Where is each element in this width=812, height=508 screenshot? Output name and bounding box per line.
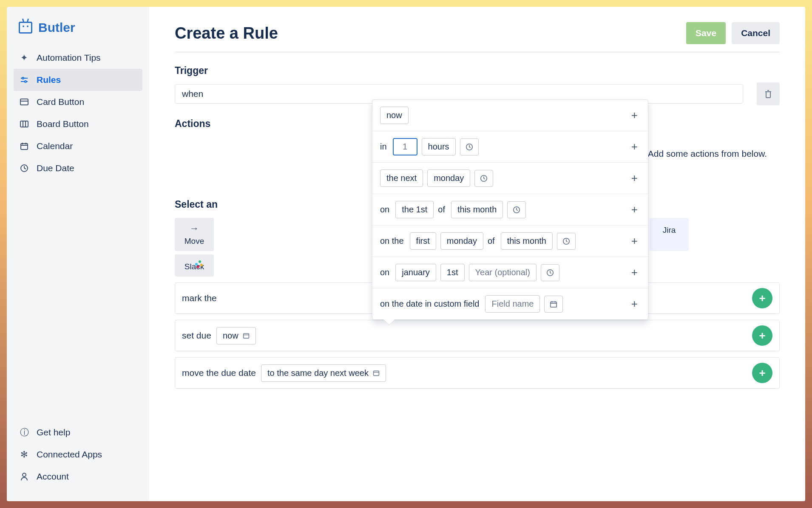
add-action-button[interactable]: + [752, 325, 772, 346]
svg-line-44 [550, 273, 551, 274]
svg-rect-6 [20, 121, 28, 127]
calendar-icon [243, 332, 250, 339]
popover-chip[interactable]: january [395, 264, 436, 281]
add-option-button[interactable]: + [629, 297, 640, 310]
action-card-move-due: move the due date to the same day next w… [175, 357, 780, 389]
popover-chip[interactable]: first [410, 232, 436, 250]
time-picker-button[interactable] [507, 201, 526, 218]
cancel-button[interactable]: Cancel [732, 22, 780, 44]
action-text: move the due date [182, 368, 256, 378]
add-option-button[interactable]: + [629, 109, 640, 122]
sliders-icon [20, 75, 29, 85]
popover-mid-text: of [438, 205, 445, 214]
board-icon [20, 119, 29, 129]
actions-label: Actions [175, 118, 210, 130]
clock-icon [20, 164, 29, 173]
main-content: Create a Rule Save Cancel Trigger when A… [149, 7, 805, 501]
svg-rect-28 [373, 371, 379, 375]
add-option-button[interactable]: + [629, 266, 640, 279]
popover-chip[interactable]: monday [440, 232, 483, 250]
sidebar-item-board-button[interactable]: Board Button [14, 113, 142, 135]
svg-point-16 [23, 473, 26, 477]
add-action-button[interactable]: + [752, 288, 772, 308]
time-picker-button[interactable] [474, 170, 493, 187]
clock-icon [562, 237, 570, 245]
action-card-set-due: set due now + [175, 320, 780, 351]
pill-label: now [223, 331, 238, 341]
sidebar-item-get-help[interactable]: ⓘ Get help [14, 421, 142, 443]
sidebar-item-account[interactable]: Account [14, 466, 142, 488]
popover-prefix: on the [380, 236, 404, 246]
time-picker-button[interactable] [460, 138, 479, 155]
tab-move[interactable]: → Move [175, 218, 214, 251]
popover-row: onjanuary1stYear (optional)+ [372, 257, 648, 288]
clock-icon [546, 269, 554, 277]
sidebar-item-label: Connected Apps [37, 449, 102, 460]
time-picker-button[interactable] [541, 264, 559, 281]
pill-label: to the same day next week [267, 368, 369, 378]
popover-chip[interactable]: monday [427, 169, 470, 187]
popover-row: in1hours+ [372, 131, 648, 163]
delete-trigger-button[interactable] [757, 82, 780, 105]
tab-slack[interactable]: Slack [175, 254, 214, 277]
add-option-button[interactable]: + [629, 140, 640, 153]
header-buttons: Save Cancel [686, 22, 780, 44]
popover-row: the nextmonday+ [372, 163, 648, 194]
sidebar-item-calendar[interactable]: Calendar [14, 135, 142, 157]
trigger-label: Trigger [175, 65, 780, 76]
popover-mid-text: of [488, 236, 495, 246]
sidebar-item-rules[interactable]: Rules [14, 69, 142, 91]
butler-modal: × Butler ✦ Automation Tips Rules Card Bu… [7, 7, 805, 501]
popover-chip[interactable]: this month [501, 232, 553, 250]
svg-rect-9 [21, 144, 28, 150]
add-option-button[interactable]: + [629, 234, 640, 248]
sidebar-item-card-button[interactable]: Card Button [14, 91, 142, 113]
same-day-next-week-pill[interactable]: to the same day next week [261, 364, 386, 382]
svg-rect-45 [551, 302, 556, 307]
svg-rect-26 [243, 333, 249, 338]
sidebar-item-label: Calendar [37, 141, 73, 151]
popover-chip[interactable]: 1 [393, 138, 417, 155]
sidebar-item-due-date[interactable]: Due Date [14, 157, 142, 179]
clock-icon [480, 175, 488, 182]
svg-line-35 [484, 178, 485, 179]
popover-chip[interactable]: the 1st [395, 201, 434, 218]
svg-point-2 [22, 77, 24, 79]
time-picker-button[interactable] [557, 233, 576, 250]
popover-chip[interactable]: Field name [485, 295, 540, 313]
sidebar-item-label: Get help [37, 427, 70, 437]
butler-logo: Butler [14, 20, 142, 47]
svg-point-3 [25, 81, 26, 82]
popover-row: onthe 1stofthis month+ [372, 194, 648, 226]
sidebar-item-label: Due Date [37, 163, 74, 173]
popover-chip[interactable]: 1st [440, 264, 465, 281]
due-now-pill[interactable]: now [216, 327, 256, 344]
action-text: set due [182, 330, 211, 341]
date-picker-button[interactable] [544, 296, 563, 313]
sidebar-item-connected-apps[interactable]: ✻ Connected Apps [14, 443, 142, 466]
clock-icon [466, 143, 473, 151]
popover-chip[interactable]: hours [422, 138, 456, 155]
save-button[interactable]: Save [686, 22, 726, 44]
sidebar-item-automation-tips[interactable]: ✦ Automation Tips [14, 47, 142, 69]
tab-jira[interactable]: Jira [650, 218, 689, 251]
popover-prefix: on [380, 268, 389, 277]
calendar-icon [20, 141, 29, 151]
trash-icon [764, 89, 772, 99]
popover-chip[interactable]: Year (optional) [469, 264, 537, 281]
sidebar-item-label: Account [37, 471, 69, 482]
add-option-button[interactable]: + [629, 172, 640, 185]
sidebar: Butler ✦ Automation Tips Rules Card Butt… [7, 7, 149, 501]
sidebar-item-label: Rules [37, 75, 61, 85]
sidebar-item-label: Board Button [37, 119, 89, 129]
tab-label: Move [185, 237, 204, 246]
popover-prefix: on [380, 205, 389, 214]
add-option-button[interactable]: + [629, 203, 640, 216]
add-action-button[interactable]: + [752, 363, 772, 383]
popover-chip[interactable]: the next [380, 169, 423, 187]
svg-line-32 [469, 147, 471, 148]
popover-chip[interactable]: this month [451, 201, 503, 218]
calendar-icon [373, 370, 380, 376]
popover-prefix: in [380, 142, 387, 152]
popover-chip[interactable]: now [380, 107, 409, 124]
